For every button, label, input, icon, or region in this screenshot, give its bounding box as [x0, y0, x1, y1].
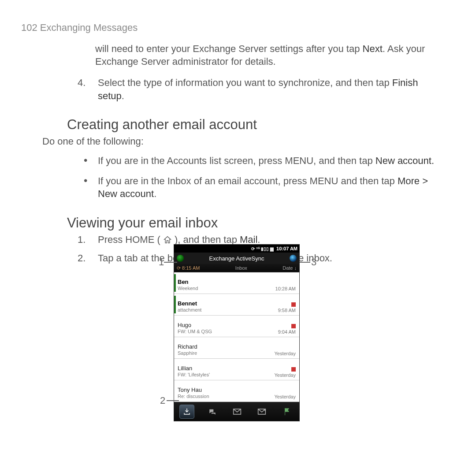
annotation-1: 1: [159, 257, 164, 268]
bullet-list: If you are in the Accounts list screen, …: [21, 154, 453, 201]
sort-label[interactable]: Date ↓: [283, 265, 297, 271]
mail-sender: Bennet: [178, 300, 201, 307]
mail-title: Exchange ActiveSync: [209, 255, 264, 262]
sync-time-text: 8:15 AM: [182, 265, 200, 271]
bullet-2: If you are in the Inbox of an email acco…: [78, 175, 435, 201]
keyword-next: Next: [363, 43, 383, 54]
mail-row[interactable]: Tony HauRe: discussionYesterday: [174, 380, 299, 402]
mail-sub-bar: ⟳ 8:15 AM Inbox Date ↓: [174, 264, 299, 272]
step-4: Select the type of information you want …: [78, 76, 435, 102]
tab-unread-icon[interactable]: [230, 405, 244, 418]
section-heading-create: Creating another email account: [67, 115, 453, 134]
leader-1: [164, 262, 177, 263]
mail-sender: Tony Hau: [178, 387, 209, 394]
keyword-mail: Mail: [240, 234, 257, 245]
mail-row[interactable]: HugoFW: UM & QSG9:04 AM: [174, 316, 299, 337]
phone-frame: ⟳ ³ᴳ ▮▯▯ ▆ 10:07 AM Exchange ActiveSync …: [174, 244, 300, 421]
mail-row[interactable]: BenWeekend10:28 AM: [174, 272, 299, 294]
mail-subject: Weekend: [178, 286, 198, 291]
mail-subject: FW: UM & QSG: [178, 329, 212, 335]
mail-subject: FW: 'Lifestyles': [178, 372, 210, 378]
tab-received-icon[interactable]: [179, 405, 194, 419]
annotation-2: 2: [160, 395, 165, 406]
bullet-1: If you are in the Accounts list screen, …: [78, 154, 435, 167]
filter-tab-bar: [174, 402, 299, 421]
mail-row[interactable]: LillianFW: 'Lifestyles'Yesterday: [174, 359, 299, 380]
mail-sender: Richard: [178, 343, 197, 350]
tab-conversations-icon[interactable]: [205, 405, 219, 418]
text: .: [122, 90, 124, 101]
flag-icon: [291, 367, 296, 372]
section-heading-view: Viewing your email inbox: [67, 214, 453, 232]
keyword-new-account: New account.: [376, 155, 434, 166]
text: If you are in the Accounts list screen, …: [98, 155, 376, 166]
mail-time: Yesterday: [274, 351, 296, 356]
mail-subject: Re: discussion: [178, 394, 209, 399]
phone-screenshot: ⟳ ³ᴳ ▮▯▯ ▆ 10:07 AM Exchange ActiveSync …: [174, 244, 299, 421]
text: ), and then tap: [172, 234, 240, 245]
flag-icon: [291, 302, 296, 307]
mail-time: 10:28 AM: [275, 286, 296, 291]
manual-page: 102 Exchanging Messages will need to ent…: [0, 0, 476, 264]
mail-subject: attachment: [178, 307, 201, 313]
folder-name[interactable]: Inbox: [235, 265, 247, 271]
status-time: 10:07 AM: [276, 246, 298, 251]
home-icon: [163, 236, 172, 244]
mail-time: 9:58 AM: [278, 308, 296, 313]
mail-time: Yesterday: [274, 372, 296, 378]
status-bar: ⟳ ³ᴳ ▮▯▯ ▆ 10:07 AM: [174, 245, 299, 253]
mail-subject: Sapphire: [178, 350, 197, 356]
status-icons: ⟳ ³ᴳ ▮▯▯ ▆: [251, 246, 274, 251]
text: If you are in the Inbox of an email acco…: [98, 175, 398, 186]
mail-time: 9:04 AM: [278, 329, 296, 335]
page-header: 102 Exchanging Messages: [21, 21, 453, 34]
mail-sender: Lillian: [178, 365, 210, 372]
lead-text: Do one of the following:: [42, 135, 453, 148]
mail-sender: Ben: [178, 279, 198, 286]
mail-row[interactable]: RichardSapphireYesterday: [174, 337, 299, 359]
continuation-paragraph: will need to enter your Exchange Server …: [95, 42, 453, 68]
flag-icon: [291, 324, 296, 328]
account-switcher-icon[interactable]: [177, 255, 184, 262]
tab-marked-icon[interactable]: [255, 405, 269, 418]
text: .: [257, 234, 260, 245]
leader-2: [167, 400, 179, 401]
mail-sender: Hugo: [178, 322, 212, 329]
mail-row[interactable]: Bennetattachment9:58 AM: [174, 294, 299, 316]
text: .: [154, 188, 156, 199]
text: Press HOME (: [98, 234, 163, 245]
text: Select the type of information you want …: [98, 77, 392, 88]
tab-flagged-icon[interactable]: [280, 405, 294, 418]
leader-3: [300, 262, 310, 263]
last-sync-time: ⟳ 8:15 AM: [177, 265, 200, 271]
mail-title-bar: Exchange ActiveSync: [174, 253, 299, 264]
text: will need to enter your Exchange Server …: [95, 43, 363, 54]
step-list-continued: Select the type of information you want …: [21, 76, 453, 102]
refresh-icon[interactable]: [290, 255, 297, 262]
mail-time: Yesterday: [274, 394, 296, 399]
mail-list[interactable]: BenWeekend10:28 AMBennetattachment9:58 A…: [174, 272, 299, 402]
annotation-3: 3: [311, 257, 316, 268]
